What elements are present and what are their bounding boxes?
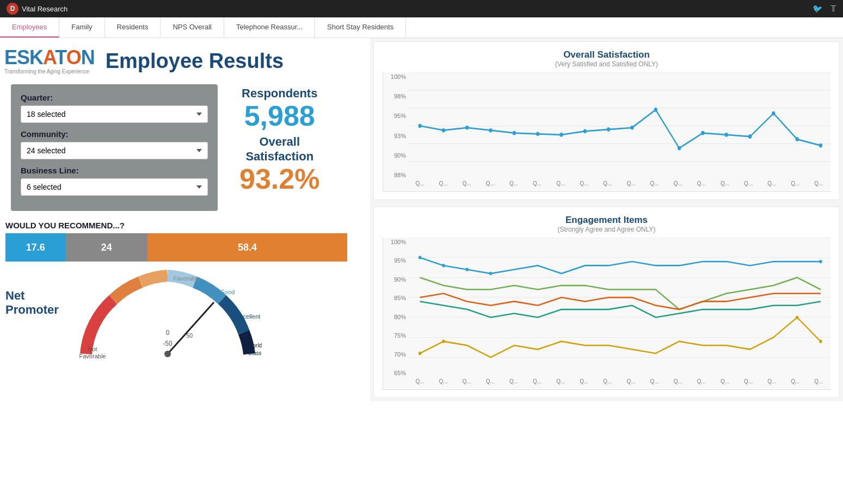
- svg-point-43: [419, 256, 421, 259]
- svg-point-20: [465, 126, 469, 130]
- brand-icon: D: [7, 3, 19, 15]
- left-panel: ESKATON Transforming the Aging Experienc…: [0, 38, 370, 401]
- overall-svg-container: [408, 72, 830, 179]
- respondents-value: 5,988: [239, 101, 319, 132]
- right-panel: Overall Satisfaction (Very Satisfied and…: [370, 38, 843, 401]
- engagement-plot: 100% 95% 90% 85% 80% 75% 70% 65%: [383, 238, 830, 390]
- engagement-y-axis: 100% 95% 90% 85% 80% 75% 70% 65%: [383, 238, 408, 377]
- satisfaction-label: OverallSatisfaction: [239, 135, 319, 164]
- svg-text:Favorable: Favorable: [173, 275, 200, 282]
- overall-satisfaction-plot: 100% 98% 95% 93% 90% 88%: [383, 72, 830, 192]
- gauge-area: NetPromoter: [0, 262, 370, 376]
- engagement-x-axis: Q... Q... Q... Q... Q... Q... Q... Q... …: [408, 378, 830, 389]
- svg-text:Good: Good: [220, 289, 235, 295]
- svg-point-35: [819, 144, 822, 148]
- svg-point-34: [795, 137, 798, 141]
- svg-point-31: [725, 133, 728, 137]
- social-links: 🐦 𝕋: [813, 4, 836, 14]
- recommend-section: WOULD YOU RECOMMEND...? 17.6 24 58.4: [0, 216, 370, 262]
- community-select[interactable]: 24 selected: [21, 142, 208, 159]
- main-layout: ESKATON Transforming the Aging Experienc…: [0, 38, 843, 401]
- logo-subtitle: Transforming the Aging Experience: [4, 69, 95, 74]
- recommend-seg-2: 58.4: [147, 233, 347, 262]
- recommend-bar: 17.6 24 58.4: [5, 233, 347, 262]
- svg-point-51: [819, 340, 822, 343]
- business-line-select[interactable]: 6 selected: [21, 178, 208, 196]
- svg-point-30: [701, 131, 704, 135]
- svg-point-18: [418, 124, 421, 128]
- svg-point-49: [442, 340, 445, 343]
- quarter-select[interactable]: 18 selected: [21, 105, 208, 123]
- brand-name: Vital Research: [22, 5, 67, 13]
- recommend-seg-1: 24: [66, 233, 148, 262]
- svg-point-26: [607, 127, 610, 132]
- tab-short-stay[interactable]: Short Stay Residents: [315, 17, 406, 38]
- svg-point-44: [442, 264, 445, 267]
- logo-text: ESKATON: [4, 48, 95, 67]
- facebook-icon[interactable]: 🐦: [813, 4, 823, 14]
- svg-text:World: World: [248, 343, 262, 349]
- svg-point-29: [678, 146, 681, 151]
- svg-point-21: [489, 128, 492, 133]
- engagement-svg-container: [408, 238, 830, 377]
- svg-point-47: [819, 260, 822, 263]
- engagement-subtitle: (Strongly Agree and Agree ONLY): [383, 226, 830, 233]
- tab-nps-overall[interactable]: NPS Overall: [161, 17, 224, 38]
- top-bar: D Vital Research 🐦 𝕋: [0, 0, 843, 17]
- page-title: Employee Results: [106, 49, 284, 73]
- overall-satisfaction-chart: Overall Satisfaction (Very Satisfied and…: [373, 41, 840, 200]
- svg-text:Class: Class: [248, 350, 261, 356]
- tab-residents[interactable]: Residents: [105, 17, 161, 38]
- business-line-label: Business Line:: [21, 166, 208, 175]
- tab-employees[interactable]: Employees: [0, 17, 59, 38]
- overall-satisfaction-title: Overall Satisfaction: [383, 49, 830, 60]
- engagement-line-svg: [408, 238, 830, 377]
- net-promoter-label: NetPromoter: [5, 289, 59, 318]
- svg-text:Excellent: Excellent: [236, 313, 260, 320]
- svg-point-22: [513, 131, 516, 135]
- svg-text:Favorable: Favorable: [79, 353, 106, 359]
- svg-text:0: 0: [165, 329, 169, 337]
- gauge-svg: -50 0 50 Not Favorable Favorable Good Ex…: [70, 267, 266, 376]
- filter-panel: Quarter: 18 selected Community: 24 selec…: [11, 84, 218, 211]
- svg-point-32: [748, 134, 752, 139]
- tab-bar: Employees Family Residents NPS Overall T…: [0, 17, 843, 38]
- tab-family[interactable]: Family: [59, 17, 104, 38]
- filter-stats-row: Quarter: 18 selected Community: 24 selec…: [0, 79, 370, 216]
- svg-point-4: [164, 351, 171, 357]
- svg-point-24: [559, 133, 563, 137]
- recommend-title: WOULD YOU RECOMMEND...?: [5, 221, 365, 230]
- gauge-container: -50 0 50 Not Favorable Favorable Good Ex…: [70, 267, 276, 376]
- svg-point-19: [442, 128, 445, 133]
- svg-point-33: [772, 111, 775, 116]
- recommend-seg-0: 17.6: [5, 233, 66, 262]
- overall-y-axis: 100% 98% 95% 93% 90% 88%: [383, 72, 408, 179]
- respondents-label: Respondents: [239, 86, 319, 101]
- svg-point-45: [466, 268, 469, 271]
- svg-point-48: [419, 352, 421, 355]
- svg-text:Not: Not: [88, 346, 97, 352]
- svg-text:-50: -50: [163, 340, 173, 347]
- brand-area: D Vital Research: [7, 3, 67, 15]
- header-area: ESKATON Transforming the Aging Experienc…: [0, 43, 370, 79]
- engagement-chart: Engagement Items (Strongly Agree and Agr…: [373, 207, 840, 398]
- overall-satisfaction-subtitle: (Very Satisfied and Satisfied ONLY): [383, 60, 830, 68]
- svg-point-23: [536, 132, 539, 136]
- logo-block: ESKATON Transforming the Aging Experienc…: [4, 48, 95, 74]
- tab-telephone[interactable]: Telephone Reassur...: [224, 17, 315, 38]
- community-label: Community:: [21, 129, 208, 139]
- quarter-label: Quarter:: [21, 93, 208, 102]
- svg-point-27: [630, 126, 633, 130]
- twitter-icon[interactable]: 𝕋: [830, 4, 836, 14]
- svg-point-50: [796, 316, 798, 319]
- satisfaction-value: 93.2%: [239, 164, 319, 195]
- overall-line-svg: [408, 72, 830, 179]
- svg-point-46: [489, 272, 492, 275]
- svg-point-28: [654, 108, 657, 112]
- engagement-title: Engagement Items: [383, 215, 830, 226]
- overall-x-axis: Q... Q... Q... Q... Q... Q... Q... Q... …: [408, 181, 830, 191]
- stats-area: Respondents 5,988 OverallSatisfaction 93…: [223, 81, 330, 200]
- svg-line-3: [168, 302, 214, 354]
- svg-point-25: [583, 129, 587, 134]
